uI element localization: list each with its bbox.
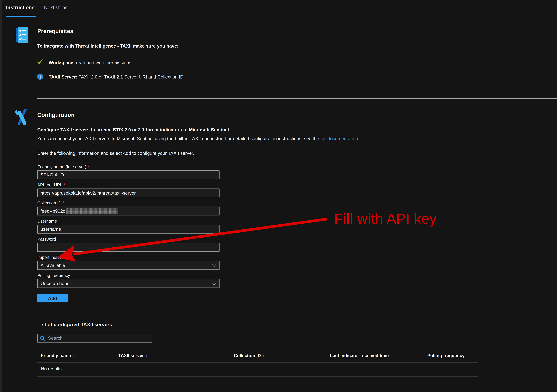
- column-label: Polling frequency: [427, 353, 465, 358]
- full-documentation-link[interactable]: full documentation: [320, 136, 358, 141]
- label-text: Polling frequency: [37, 273, 70, 278]
- info-icon[interactable]: [37, 73, 43, 80]
- column-header-friendly-name[interactable]: Friendly name↑↓: [41, 353, 75, 358]
- search-icon: [40, 336, 45, 341]
- active-tab-underline: [6, 16, 36, 17]
- description-text: You can connect your TAXII servers to Mi…: [37, 136, 320, 141]
- table-empty-row: No results: [41, 366, 62, 371]
- column-header-collection-id[interactable]: Collection ID↑↓: [234, 353, 265, 358]
- prerequisite-item-text: read and write permissions.: [76, 60, 132, 65]
- search-input[interactable]: [47, 335, 149, 341]
- column-header-polling-frequency: Polling frequency: [427, 353, 465, 358]
- sort-icon[interactable]: ↑↓: [73, 353, 75, 358]
- description-text-end: .: [358, 136, 359, 141]
- configuration-subtitle: Configure TAXII servers to stream STIX 2…: [37, 127, 499, 132]
- taxii-connector-page: Instructions Next steps Prerequisites To…: [0, 0, 557, 392]
- collection-id-input[interactable]: feed--b902c: [37, 207, 220, 216]
- configuration-instruction: Enter the following information and sele…: [37, 151, 499, 156]
- label-text: Import indicators:: [37, 255, 70, 260]
- table-row-border: [37, 376, 478, 377]
- sort-icon[interactable]: ↑↓: [146, 353, 148, 358]
- friendly-name-input[interactable]: [37, 170, 220, 179]
- import-indicators-value: All available: [41, 263, 65, 268]
- prerequisites-intro: To integrate with Threat intelligence - …: [37, 43, 179, 49]
- label-text: Username: [37, 219, 57, 224]
- taxii-config-form: Friendly name (for server)* API root URL…: [37, 164, 220, 303]
- chevron-down-icon: [212, 282, 216, 285]
- required-marker: *: [63, 183, 65, 187]
- column-label: TAXII server: [118, 353, 144, 358]
- chevron-down-icon: [212, 264, 216, 267]
- collection-id-label: Collection ID*: [37, 201, 220, 207]
- password-label: Password: [37, 237, 220, 243]
- api-root-url-input[interactable]: [37, 188, 220, 197]
- server-table-header: Friendly name↑↓ TAXII server↑↓ Collectio…: [37, 353, 478, 360]
- polling-frequency-label: Polling frequency: [37, 273, 220, 279]
- username-input[interactable]: [37, 225, 220, 233]
- import-indicators-select[interactable]: All available: [37, 261, 220, 270]
- friendly-name-label: Friendly name (for server)*: [37, 164, 220, 170]
- label-text: API root URL: [37, 183, 62, 187]
- tab-next-steps[interactable]: Next steps: [44, 4, 67, 11]
- server-search-box[interactable]: [37, 334, 152, 343]
- prerequisites-heading: Prerequisites: [37, 28, 73, 34]
- label-text: Friendly name (for server): [37, 164, 86, 169]
- tab-instructions[interactable]: Instructions: [6, 4, 34, 11]
- server-list-heading: List of configured TAXII servers: [37, 322, 112, 327]
- section-divider: [37, 98, 557, 99]
- collection-id-redacted-blur: [66, 208, 118, 214]
- prerequisite-item-workspace: Workspace: read and write permissions.: [49, 60, 132, 65]
- table-header-border: [37, 362, 478, 363]
- label-text: Password: [37, 237, 56, 242]
- left-edge-strip: [0, 0, 2, 392]
- check-icon: [37, 59, 43, 64]
- annotation-fill-with-api-key: Fill with API key: [334, 211, 437, 227]
- api-root-url-label: API root URL*: [37, 183, 220, 188]
- prerequisite-item-text: TAXII 2.0 or TAXII 2.1 Server URI and Co…: [79, 74, 185, 80]
- collection-id-visible-text: feed--b902c: [41, 208, 65, 214]
- prerequisite-item-label: TAXII Server:: [49, 74, 77, 80]
- sort-icon[interactable]: ↑↓: [263, 353, 265, 358]
- add-button[interactable]: Add: [37, 294, 68, 303]
- label-text: Collection ID: [37, 201, 61, 206]
- configuration-description: You can connect your TAXII servers to Mi…: [37, 136, 542, 141]
- column-header-last-indicator-received-time: Last indicator received time: [330, 353, 389, 358]
- required-marker: *: [87, 164, 89, 169]
- configuration-heading: Configuration: [37, 112, 74, 118]
- column-label: Last indicator received time: [330, 353, 389, 358]
- prerequisite-item-taxii-server: TAXII Server: TAXII 2.0 or TAXII 2.1 Ser…: [49, 74, 185, 80]
- column-header-taxii-server[interactable]: TAXII server↑↓: [118, 353, 148, 358]
- prerequisite-item-label: Workspace:: [49, 60, 75, 65]
- polling-frequency-select[interactable]: Once an hour: [37, 279, 220, 288]
- column-label: Friendly name: [41, 353, 71, 358]
- polling-frequency-value: Once an hour: [41, 281, 68, 286]
- password-input[interactable]: [37, 243, 220, 252]
- column-label: Collection ID: [234, 353, 261, 358]
- username-label: Username: [37, 219, 220, 225]
- required-marker: *: [63, 201, 64, 206]
- import-indicators-label: Import indicators:: [37, 255, 220, 261]
- prerequisites-checklist-icon: [16, 27, 28, 43]
- configuration-tools-icon: [15, 109, 29, 126]
